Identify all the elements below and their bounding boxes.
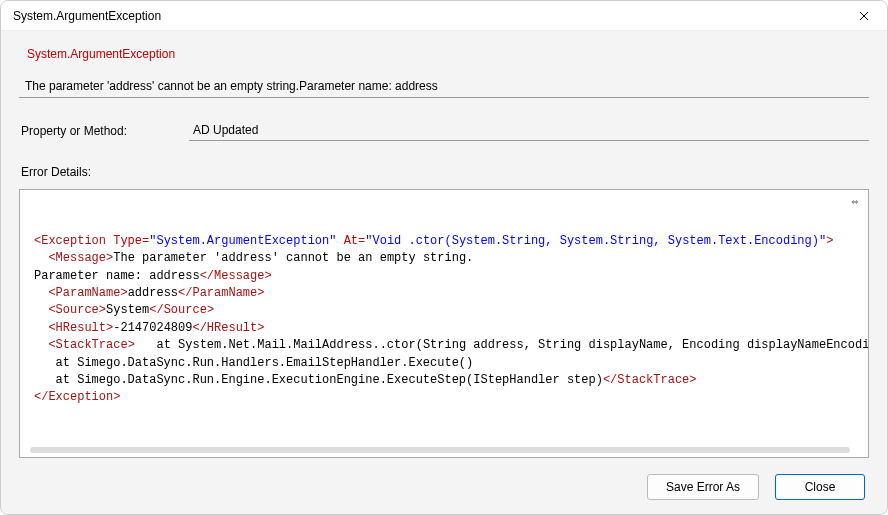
horizontal-scrollbar[interactable]	[30, 447, 850, 453]
titlebar: System.ArgumentException	[1, 1, 887, 31]
property-value-field[interactable]: AD Updated	[189, 120, 869, 141]
exception-message-field[interactable]: The parameter 'address' cannot be an emp…	[19, 75, 869, 98]
save-error-as-button[interactable]: Save Error As	[647, 474, 759, 500]
error-details-label: Error Details:	[19, 165, 869, 179]
close-button[interactable]: Close	[775, 474, 865, 500]
button-row: Save Error As Close	[19, 474, 869, 500]
expand-icon[interactable]: ⇔	[848, 196, 862, 210]
property-row: Property or Method: AD Updated	[19, 120, 869, 141]
close-icon[interactable]	[841, 1, 887, 31]
property-label: Property or Method:	[19, 124, 189, 138]
error-details-box[interactable]: ⇔ <Exception Type="System.ArgumentExcept…	[19, 189, 869, 458]
dialog-content: System.ArgumentException The parameter '…	[1, 31, 887, 514]
exception-name: System.ArgumentException	[19, 47, 869, 61]
window-title: System.ArgumentException	[13, 9, 841, 23]
